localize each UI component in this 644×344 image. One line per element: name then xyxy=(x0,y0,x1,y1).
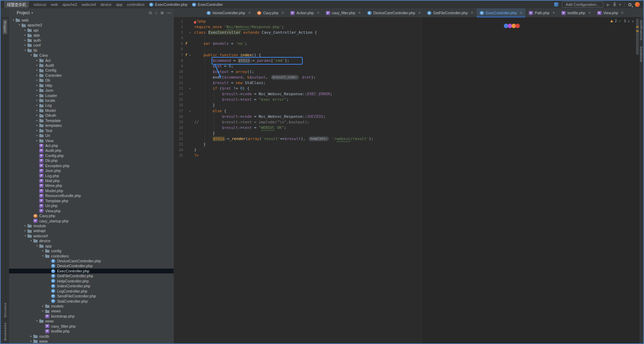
breadcrumb-item[interactable]: app xyxy=(116,2,122,7)
tree-item[interactable]: ▸Audit xyxy=(9,63,174,68)
tree-item[interactable]: ▸templates xyxy=(9,123,174,128)
tree-item[interactable]: ▾www xyxy=(9,319,174,323)
breadcrumb-item[interactable]: webconf xyxy=(82,2,96,7)
tree-item[interactable]: ▸api xyxy=(9,28,174,33)
gutter-strip[interactable] xyxy=(184,147,192,153)
method-gutter-icon[interactable]: f xyxy=(185,41,187,47)
gutter-strip[interactable] xyxy=(184,75,192,80)
code-line[interactable]: 4 xyxy=(174,35,639,41)
tree-item[interactable]: ▸www xyxy=(9,339,174,343)
gutter-strip[interactable]: f xyxy=(184,52,192,58)
code-line[interactable]: 14 $result->code = Nsc_Websvc_Response::… xyxy=(174,91,639,97)
tree-item[interactable]: ▾apache2 xyxy=(9,23,174,27)
breadcrumb-item[interactable]: device xyxy=(101,2,112,7)
chevron-down-icon[interactable]: ▾ xyxy=(23,234,27,238)
tree-item[interactable]: ▾Cavy xyxy=(9,53,174,58)
project-name-badge[interactable]: 绿盟查杀机 xyxy=(4,1,29,8)
gutter-strip[interactable] xyxy=(184,58,192,64)
chevron-right-icon[interactable]: ▸ xyxy=(41,309,45,313)
tool-window-button-bookmarks[interactable]: Bookmarks xyxy=(3,322,7,341)
hide-panel-icon[interactable]: — xyxy=(167,10,171,15)
tree-item[interactable]: CHelpController.php xyxy=(9,279,174,284)
tree-item[interactable]: ▸nsclib xyxy=(9,334,174,339)
debug-icon[interactable] xyxy=(613,3,616,6)
tree-item[interactable]: ▸Json xyxy=(9,88,174,93)
gutter-strip[interactable] xyxy=(184,19,192,24)
tree-item[interactable]: Pcavy_startup.php xyxy=(9,219,174,223)
tree-item[interactable]: ▸locale xyxy=(9,98,174,103)
tree-item[interactable]: PDb.php xyxy=(9,158,174,163)
gutter-strip[interactable] xyxy=(184,125,192,131)
tab-close-icon[interactable] xyxy=(358,11,361,15)
tree-item[interactable]: ▸Db xyxy=(9,78,174,83)
breadcrumb-item[interactable]: controllers xyxy=(127,2,145,7)
code-line[interactable]: 19// $result->text = implode("\n",$outpu… xyxy=(174,120,639,125)
breadcrumb-class[interactable]: C ExecController xyxy=(192,2,223,7)
chevron-right-icon[interactable]: ▸ xyxy=(41,304,45,309)
tree-item[interactable]: ▸OAuth xyxy=(9,113,174,118)
chevron-right-icon[interactable]: ▸ xyxy=(35,138,39,143)
tab-close-icon[interactable] xyxy=(281,11,284,15)
locate-icon[interactable]: ⊙ xyxy=(149,10,152,15)
tab-close-icon[interactable] xyxy=(317,11,319,15)
code-line[interactable]: 13 if ($ret != 0) { xyxy=(174,86,639,91)
editor-tab[interactable]: PAction.php xyxy=(287,8,323,17)
collapse-all-icon[interactable]: ↕ xyxy=(155,10,157,15)
chevron-right-icon[interactable]: ▸ xyxy=(35,88,39,93)
gutter-strip[interactable] xyxy=(184,30,192,35)
gutter-strip[interactable] xyxy=(184,91,192,97)
tree-item[interactable]: ▸config xyxy=(9,248,174,253)
tree-item[interactable]: PResourceBundle.php xyxy=(9,193,174,198)
chevron-down-icon[interactable]: ▾ xyxy=(11,18,16,23)
chevron-right-icon[interactable]: ▸ xyxy=(35,78,39,83)
avatar[interactable] xyxy=(635,2,640,7)
chevron-right-icon[interactable]: ▸ xyxy=(35,98,39,103)
tree-item[interactable]: Ptestfile.php xyxy=(9,329,174,334)
gutter-strip[interactable] xyxy=(184,153,192,158)
gutter-strip[interactable] xyxy=(184,97,192,103)
editor-tab[interactable]: CDeviceCareController.php xyxy=(364,8,424,17)
chevron-right-icon[interactable]: ▸ xyxy=(35,63,39,68)
chevron-right-icon[interactable]: ▸ xyxy=(35,128,39,133)
tree-item[interactable]: CDeviceController.php xyxy=(9,263,174,268)
gutter-strip[interactable] xyxy=(184,47,192,52)
method-gutter-icon[interactable]: f xyxy=(185,52,187,58)
code-line[interactable]: 2require_once 'Nsc/Websvc/Response.php'; xyxy=(174,24,639,30)
gutter-strip[interactable] xyxy=(184,86,192,91)
tree-item[interactable]: Pcavy_filter.php xyxy=(9,324,174,329)
gutter-strip[interactable] xyxy=(184,108,192,114)
build-icon[interactable] xyxy=(554,2,558,7)
chevron-right-icon[interactable]: ▸ xyxy=(23,38,27,43)
tree-item[interactable]: ▸Http xyxy=(9,83,174,88)
tree-item[interactable]: CStatController.php xyxy=(9,299,174,304)
inspections-widget[interactable]: 2 3 ∧ ∨ xyxy=(610,19,634,23)
tree-item[interactable]: ▸Config xyxy=(9,68,174,73)
chevron-down-icon[interactable]: ▾ xyxy=(29,238,33,243)
search-icon[interactable] xyxy=(628,3,631,6)
gutter-strip[interactable] xyxy=(184,35,192,41)
tree-item[interactable]: PAcl.php xyxy=(9,143,174,148)
tree-item[interactable]: CSendFileController.php xyxy=(9,294,174,298)
tree-item[interactable]: CExecController.php xyxy=(9,269,174,273)
code-line[interactable]: 10 $output = array(); xyxy=(174,69,639,75)
gutter-strip[interactable] xyxy=(184,64,192,69)
tree-item[interactable]: ▸Uri xyxy=(9,133,174,138)
tree-item[interactable]: PConfig.php xyxy=(9,153,174,158)
chevron-down-icon[interactable]: ▾ xyxy=(35,319,39,323)
chevron-down-icon[interactable]: ▾ xyxy=(35,244,39,248)
tree-item[interactable]: ▸app xyxy=(9,33,174,38)
breadcrumb-item[interactable]: web xyxy=(51,2,58,7)
tree-item[interactable]: ▾controllers xyxy=(9,254,174,259)
tree-item[interactable]: ▸Acl xyxy=(9,58,174,63)
tab-close-icon[interactable] xyxy=(418,11,421,15)
chevron-up-icon[interactable]: ∧ xyxy=(628,19,630,23)
tree-item[interactable]: CGetFileController.php xyxy=(9,273,174,278)
tree-item[interactable]: ▸Controller xyxy=(9,73,174,78)
editor-scrollbar[interactable] xyxy=(636,18,639,55)
code-line[interactable]: 3class ExecController extends Cavy_Contr… xyxy=(174,30,639,35)
code-line[interactable]: 1<?php xyxy=(174,19,639,24)
chevron-right-icon[interactable]: ▸ xyxy=(41,248,45,253)
gutter-strip[interactable] xyxy=(184,69,192,75)
gutter-strip[interactable] xyxy=(184,80,192,86)
project-tree[interactable]: ▾web▾apache2▸api▸app▸auth▸conf▾lib▾Cavy▸… xyxy=(9,17,174,343)
